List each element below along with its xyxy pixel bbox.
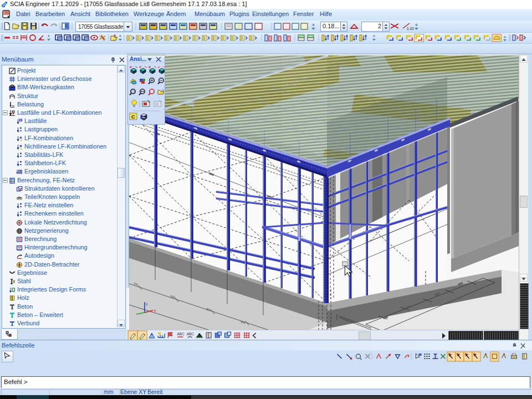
svg-text:1:10: 1:10	[407, 27, 414, 30]
svg-text:ABC: ABC	[177, 332, 185, 336]
svg-text:ABC: ABC	[187, 332, 195, 336]
svg-text:z: z	[146, 302, 148, 306]
svg-text:C: C	[131, 114, 135, 120]
svg-text:x: x	[154, 309, 156, 313]
